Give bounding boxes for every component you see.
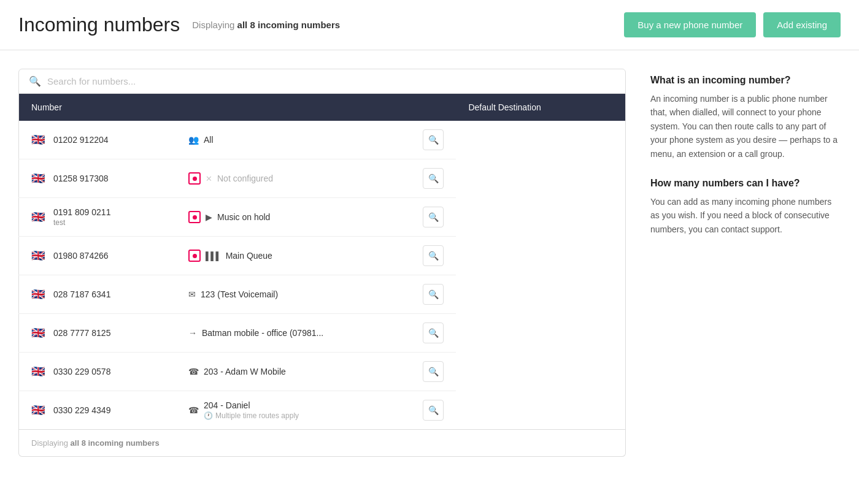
view-button[interactable]: 🔍 [423,361,444,382]
recording-badge [188,250,201,262]
flag: 🇬🇧 [31,326,53,340]
destination-col: 👥 All [188,135,413,145]
dest-icon: 👥 [188,135,199,145]
destination-col: ✕ Not configured [188,172,413,185]
time-routes: 🕐 Multiple time routes apply [204,411,299,420]
dest-text-wrap: 204 - Daniel 🕐 Multiple time routes appl… [204,400,299,420]
flag: 🇬🇧 [31,365,53,378]
uk-flag-icon: 🇬🇧 [31,403,45,417]
row-inner: 🇬🇧 028 7777 8125 → Batman mobile - offic… [19,314,456,352]
buy-number-button[interactable]: Buy a new phone number [624,12,756,37]
dest-text: 203 - Adam W Mobile [204,367,286,376]
view-button[interactable]: 🔍 [423,323,444,343]
row-inner: 🇬🇧 0191 809 0211 test ▶ Music on hold [19,198,456,236]
dest-text-wrap: Music on hold [217,212,270,222]
recording-badge [188,211,201,223]
dest-text: Not configured [217,174,273,183]
row-inner: 🇬🇧 01258 917308 ✕ Not configured [19,159,456,197]
table-row: 🇬🇧 0330 229 0578 ☎ 203 - Adam W Mobile 🔍 [19,353,626,391]
number-col: 0330 229 0578 [53,367,188,376]
action-col: 🔍 [413,400,444,421]
search-bar: 🔍 [18,69,626,94]
view-button[interactable]: 🔍 [423,207,444,227]
number-col: 0330 229 4349 [53,405,188,415]
number-col: 01202 912204 [53,135,188,145]
number-col: 01980 874266 [53,251,188,261]
action-col: 🔍 [413,129,444,150]
info-section-1: What is an incoming number? An incoming … [650,75,841,161]
dest-icon: ✉ [188,289,196,299]
action-col: 🔍 [413,207,444,227]
action-col: 🔍 [413,361,444,382]
table-row: 🇬🇧 01258 917308 ✕ Not configured [19,159,626,198]
record-dot [193,215,197,220]
dest-text: Batman mobile - office (07981... [202,328,323,338]
action-col: 🔍 [413,245,444,266]
numbers-table: Number Default Destination 🇬🇧 01202 9122… [18,94,626,430]
dest-text-wrap: 203 - Adam W Mobile [204,367,286,376]
number-cell: 🇬🇧 0330 229 0578 ☎ 203 - Adam W Mobile 🔍 [19,353,456,391]
view-button[interactable]: 🔍 [423,284,444,305]
info-title-2: How many numbers can I have? [650,178,841,189]
view-button[interactable]: 🔍 [423,168,444,189]
dest-icon: → [188,328,197,338]
dest-text-wrap: Batman mobile - office (07981... [202,328,323,338]
dest-text-wrap: Not configured [217,174,273,183]
info-section-2: How many numbers can I have? You can add… [650,178,841,236]
row-inner: 🇬🇧 01202 912204 👥 All 🔍 [19,121,456,159]
flag: 🇬🇧 [31,210,53,224]
time-routes-text: Multiple time routes apply [215,411,299,420]
table-row: 🇬🇧 028 7777 8125 → Batman mobile - offic… [19,314,626,353]
flag: 🇬🇧 [31,288,53,301]
number-text: 0330 229 4349 [53,405,188,415]
dest-icon: ☎ [188,367,199,376]
flag: 🇬🇧 [31,403,53,417]
dest-text: All [204,135,214,145]
clock-icon: 🕐 [204,411,213,420]
number-cell: 🇬🇧 0330 229 4349 ☎ 204 - Daniel 🕐 Multip… [19,391,456,430]
view-button[interactable]: 🔍 [423,245,444,266]
flag: 🇬🇧 [31,249,53,262]
table-row: 🇬🇧 0330 229 4349 ☎ 204 - Daniel 🕐 Multip… [19,391,626,430]
number-cell: 🇬🇧 01258 917308 ✕ Not configured [19,159,456,198]
row-inner: 🇬🇧 0330 229 0578 ☎ 203 - Adam W Mobile 🔍 [19,353,456,391]
table-footer: Displaying all 8 incoming numbers [18,430,626,457]
page-title: Incoming numbers [18,13,180,36]
col-number: Number [19,94,456,121]
view-button[interactable]: 🔍 [423,400,444,421]
view-button[interactable]: 🔍 [423,129,444,150]
record-dot [193,177,197,181]
table-body: 🇬🇧 01202 912204 👥 All 🔍 [19,121,626,430]
dest-text: 204 - Daniel [204,400,250,410]
number-col: 01258 917308 [53,174,188,183]
add-existing-button[interactable]: Add existing [763,12,841,37]
flag: 🇬🇧 [31,133,53,147]
action-col: 🔍 [413,168,444,189]
number-cell: 🇬🇧 028 7777 8125 → Batman mobile - offic… [19,314,456,353]
search-input[interactable] [47,76,615,86]
uk-flag-icon: 🇬🇧 [31,365,45,378]
dest-icon: ▌▌▌ [206,251,221,261]
row-inner: 🇬🇧 028 7187 6341 ✉ 123 (Test Voicemail) … [19,275,456,313]
destination-col: → Batman mobile - office (07981... [188,328,413,338]
table-header: Number Default Destination [19,94,626,121]
destination-col: ✉ 123 (Test Voicemail) [188,289,413,299]
table-row: 🇬🇧 01980 874266 ▌▌▌ Main Queue [19,237,626,275]
number-cell: 🇬🇧 01980 874266 ▌▌▌ Main Queue [19,237,456,275]
row-inner: 🇬🇧 0330 229 4349 ☎ 204 - Daniel 🕐 Multip… [19,391,456,429]
header-buttons: Buy a new phone number Add existing [624,12,841,37]
info-text-2: You can add as many incoming phone numbe… [650,195,841,236]
recording-badge [188,172,201,185]
uk-flag-icon: 🇬🇧 [31,288,45,301]
table-section: 🔍 Number Default Destination 🇬🇧 01202 91… [18,69,626,457]
destination-col: ▶ Music on hold [188,211,413,223]
uk-flag-icon: 🇬🇧 [31,326,45,340]
dest-icon: ☎ [188,405,199,415]
info-text-1: An incoming number is a public phone num… [650,92,841,161]
not-configured-icon: ✕ [206,174,212,183]
table-row: 🇬🇧 0191 809 0211 test ▶ Music on hold [19,198,626,237]
col-destination: Default Destination [456,94,625,121]
dest-text: Music on hold [217,212,270,222]
number-text: 01980 874266 [53,251,188,261]
number-text: 01202 912204 [53,135,188,145]
